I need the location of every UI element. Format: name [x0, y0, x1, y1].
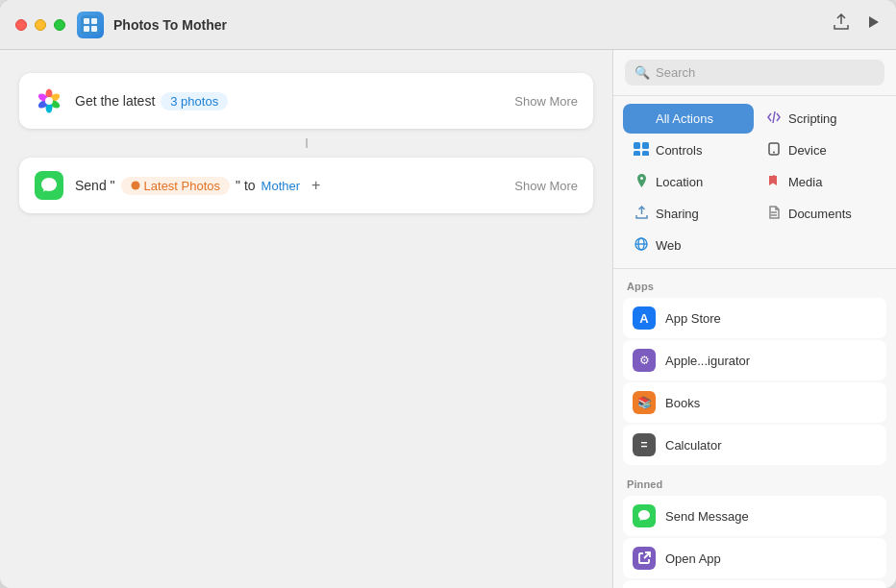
actions-panel: 🔍 All Actions: [612, 50, 896, 588]
device-icon: [765, 142, 783, 159]
configurator-icon: ⚙: [633, 349, 656, 372]
web-icon: [633, 237, 650, 254]
latest-photos-token[interactable]: Latest Photos: [121, 177, 231, 195]
books-label: Books: [665, 396, 700, 410]
svg-rect-3: [84, 26, 89, 32]
action-open-app[interactable]: Open App: [623, 538, 886, 578]
connector: [19, 138, 593, 148]
documents-icon: [765, 206, 783, 222]
category-location[interactable]: Location: [623, 167, 754, 197]
titlebar-actions: [833, 13, 881, 36]
search-icon: 🔍: [635, 65, 650, 80]
search-wrapper: 🔍: [625, 60, 884, 86]
main-content: Get the latest 3 photos Show More: [0, 50, 896, 588]
close-button[interactable]: [15, 19, 27, 31]
recipient-token[interactable]: Mother: [261, 179, 300, 193]
media-label: Media: [788, 175, 822, 189]
svg-point-13: [131, 182, 139, 190]
categories-grid: All Actions Scripting: [613, 96, 896, 269]
send-to-label: " to: [236, 178, 256, 193]
send-message-icon: [633, 504, 656, 527]
minimize-button[interactable]: [35, 19, 46, 31]
device-label: Device: [788, 143, 827, 158]
app-store-label: App Store: [665, 311, 721, 326]
documents-label: Documents: [788, 207, 852, 221]
category-all-actions[interactable]: All Actions: [623, 104, 754, 134]
app-icon: [77, 12, 104, 38]
category-sharing[interactable]: Sharing: [623, 199, 754, 229]
category-controls[interactable]: Controls: [623, 135, 754, 165]
action-configurator[interactable]: ⚙ Apple...igurator: [623, 340, 886, 380]
category-scripting[interactable]: Scripting: [756, 104, 886, 134]
get-photos-card: Get the latest 3 photos Show More: [19, 73, 593, 129]
web-label: Web: [656, 238, 682, 253]
location-icon: [633, 174, 650, 190]
pinned-section-label: Pinned: [623, 467, 886, 496]
send-message-show-more[interactable]: Show More: [514, 179, 578, 193]
location-label: Location: [656, 175, 703, 189]
play-button[interactable]: [865, 14, 881, 35]
svg-rect-17: [634, 142, 640, 149]
svg-rect-1: [84, 18, 89, 24]
share-button[interactable]: [833, 13, 850, 36]
add-recipient-button[interactable]: +: [311, 177, 320, 194]
sharing-label: Sharing: [656, 207, 699, 221]
send-prefix: Send ": [75, 178, 115, 193]
action-play-music[interactable]: Play Music: [623, 580, 886, 588]
canvas-panel: Get the latest 3 photos Show More: [0, 50, 612, 588]
svg-point-12: [45, 97, 53, 105]
maximize-button[interactable]: [54, 19, 65, 31]
get-photos-prefix: Get the latest: [75, 93, 155, 109]
configurator-label: Apple...igurator: [665, 354, 750, 368]
category-media[interactable]: Media: [756, 167, 886, 197]
svg-rect-23: [773, 175, 775, 177]
books-icon: 📚: [633, 391, 656, 414]
scripting-label: Scripting: [788, 111, 837, 126]
app-store-icon: A: [633, 306, 656, 330]
messages-icon: [35, 171, 63, 200]
svg-rect-2: [91, 18, 97, 24]
apps-section-label: Apps: [623, 269, 886, 298]
category-web[interactable]: Web: [623, 231, 754, 260]
calculator-icon: =: [633, 433, 656, 456]
action-send-message[interactable]: Send Message: [623, 496, 886, 536]
main-window: Photos To Mother: [0, 0, 896, 588]
open-app-icon: [633, 547, 656, 570]
action-app-store[interactable]: A App Store: [623, 298, 886, 338]
svg-rect-4: [91, 26, 97, 32]
svg-rect-18: [642, 142, 649, 149]
category-device[interactable]: Device: [756, 135, 886, 165]
send-message-header: Send " Latest Photos " to Mother + Show …: [19, 158, 593, 213]
svg-rect-14: [634, 112, 649, 114]
svg-rect-0: [81, 15, 100, 35]
get-photos-header: Get the latest 3 photos Show More: [19, 73, 593, 129]
svg-rect-20: [642, 151, 649, 156]
action-books[interactable]: 📚 Books: [623, 382, 886, 423]
actions-list: Apps A App Store ⚙ Apple...igurator 📚 Bo…: [613, 269, 896, 588]
action-calculator[interactable]: = Calculator: [623, 425, 886, 465]
svg-rect-19: [634, 151, 640, 156]
photos-icon: [35, 86, 63, 115]
get-photos-show-more[interactable]: Show More: [514, 94, 578, 109]
send-message-label: Send Message: [665, 509, 749, 524]
sharing-icon: [633, 206, 650, 222]
open-app-label: Open App: [665, 551, 721, 566]
svg-rect-16: [634, 122, 649, 124]
photos-count-token[interactable]: 3 photos: [161, 92, 228, 110]
traffic-lights: [15, 19, 65, 31]
svg-rect-15: [634, 117, 649, 119]
all-actions-label: All Actions: [656, 111, 713, 126]
controls-icon: [633, 142, 650, 159]
titlebar: Photos To Mother: [0, 0, 896, 50]
send-message-card: Send " Latest Photos " to Mother + Show …: [19, 158, 593, 213]
search-input[interactable]: [656, 65, 875, 80]
category-documents[interactable]: Documents: [756, 199, 886, 229]
get-photos-text: Get the latest 3 photos: [75, 92, 514, 110]
window-title: Photos To Mother: [113, 17, 833, 33]
controls-label: Controls: [656, 143, 702, 158]
send-message-text: Send " Latest Photos " to Mother +: [75, 177, 514, 195]
all-actions-icon: [633, 111, 650, 127]
media-icon: [765, 174, 783, 190]
search-bar: 🔍: [613, 50, 896, 96]
calculator-label: Calculator: [665, 438, 722, 453]
